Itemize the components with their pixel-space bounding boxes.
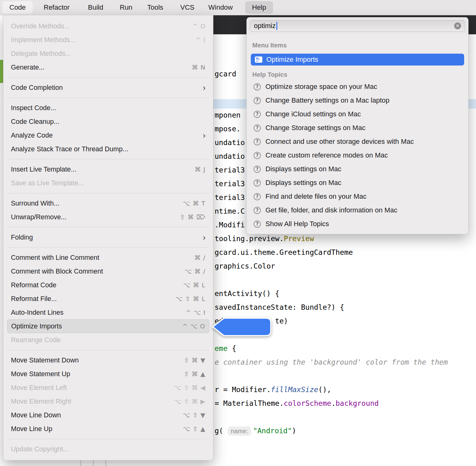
menu-item-shortcut: ⌥ ⇧ ⌘ L [175, 295, 206, 303]
help-topic-create-custom-reference-modes-on-mac[interactable]: ?Create custom reference modes on Mac [250, 148, 465, 162]
code-menu-item-folding[interactable]: Folding› [3, 231, 213, 244]
help-question-icon: ? [254, 221, 261, 228]
menu-item-shortcut: ⌥ ⇧ ▼ [183, 411, 206, 419]
menu-item-label: Move Statement Up [11, 370, 184, 378]
code-menu-item-code-completion[interactable]: Code Completion› [3, 81, 213, 95]
menu-item-shortcut: ⌥ ⇧ ▲ [183, 425, 206, 433]
code-token: mponen [215, 111, 240, 119]
text-cursor [276, 22, 277, 30]
code-menu-item-inspect-code[interactable]: Inspect Code... [3, 101, 213, 115]
code-line: r = Modifier.fillMaxSize(), [215, 383, 331, 396]
help-topic-displays-settings-on-mac[interactable]: ?Displays settings on Mac [250, 162, 465, 176]
menu-bar: CodeRefactorBuildRunToolsVCSWindowHelp [0, 0, 476, 15]
help-question-icon: ? [254, 193, 261, 200]
menu-item-shortcut: ⌥ ⌘ T [183, 200, 206, 207]
code-token: = MaterialTheme. [215, 399, 284, 407]
code-menu-item-analyze-code[interactable]: Analyze Code› [3, 129, 213, 142]
help-topic-label: Show All Help Topics [265, 220, 329, 228]
menu-item-label: Move Line Down [11, 411, 183, 419]
help-search-popover: optimiz × Menu Items Optimize Imports He… [246, 17, 469, 234]
code-token: { [228, 344, 236, 352]
code-menu-item-surround-with[interactable]: Surround With...⌥ ⌘ T [3, 197, 213, 210]
code-line: terial3 [215, 163, 245, 177]
help-question-icon: ? [254, 138, 261, 145]
code-line: terial3 [215, 191, 245, 204]
menu-item-shortcut: ⌥ ⌘ L [183, 281, 206, 289]
menu-item-shortcut: ⌘ J [195, 166, 206, 173]
code-menu-item-analyze-stack-trace-or-thread-dump[interactable]: Analyze Stack Trace or Thread Dump... [3, 142, 213, 156]
help-search-input[interactable]: optimiz × [250, 20, 465, 32]
menubar-item-run[interactable]: Run [120, 0, 132, 15]
help-topic-displays-settings-on-mac[interactable]: ?Displays settings on Mac [250, 176, 465, 190]
indent-guide [93, 460, 94, 466]
code-token: background [336, 399, 379, 407]
code-token: fillMaxSize [271, 386, 318, 394]
menu-item-shortcut: ⌥ ⇧ ⌘ ▶ [174, 398, 206, 405]
menu-separator [7, 98, 209, 98]
menubar-item-code[interactable]: Code [2, 1, 33, 14]
code-menu-item-comment-with-block-comment[interactable]: Comment with Block Comment⌥ ⌘ / [3, 265, 213, 278]
code-token: r = Modifier. [215, 386, 271, 394]
help-topic-change-icloud-settings-on-mac[interactable]: ?Change iCloud settings on Mac [250, 107, 465, 121]
code-menu-item-auto-indent-lines[interactable]: Auto-Indent Lines^ ⌥ I [3, 306, 213, 319]
help-topic-find-and-delete-files-on-your-mac[interactable]: ?Find and delete files on your Mac [250, 190, 465, 203]
search-result-optimize-imports[interactable]: Optimize Imports [251, 54, 464, 66]
menubar-item-window[interactable]: Window [208, 0, 233, 15]
menubar-item-help[interactable]: Help [245, 1, 273, 14]
code-menu-item-move-statement-down[interactable]: Move Statement Down⇧ ⌘ ▼ [3, 353, 213, 367]
menu-separator [7, 350, 209, 350]
code-line: entActivity() { [215, 287, 279, 300]
code-menu-item-insert-live-template[interactable]: Insert Live Template...⌘ J [3, 163, 213, 176]
menubar-item-tools[interactable]: Tools [147, 0, 163, 15]
code-menu: Override Methods...^ OImplement Methods.… [3, 15, 213, 460]
callout-arrow [210, 316, 276, 338]
show-all-help-topics[interactable]: ?Show All Help Topics [250, 217, 465, 231]
help-question-icon: ? [254, 97, 261, 104]
code-menu-item-code-cleanup[interactable]: Code Cleanup... [3, 115, 213, 129]
code-line: = MaterialTheme.colorScheme.background [215, 396, 379, 410]
menu-item-label: Move Element Left [11, 384, 174, 392]
menu-item-label: Move Line Up [11, 425, 183, 433]
code-menu-item-comment-with-line-comment[interactable]: Comment with Line Comment⌘ / [3, 251, 213, 265]
code-menu-item-move-statement-up[interactable]: Move Statement Up⇧ ⌘ ▲ [3, 367, 213, 381]
code-token: eme [215, 344, 228, 352]
code-menu-item-unwrap-remove[interactable]: Unwrap/Remove...⇧ ⌘ ⌦ [3, 210, 213, 224]
code-menu-item-delegate-methods: Delegate Methods... [3, 47, 213, 61]
code-menu-item-move-line-down[interactable]: Move Line Down⌥ ⇧ ▼ [3, 408, 213, 422]
menu-item-label: Implement Methods... [11, 36, 196, 44]
code-menu-item-generate[interactable]: Generate...⌘ N [3, 61, 213, 74]
clear-search-button[interactable]: × [454, 22, 461, 29]
help-topic-change-storage-settings-on-mac[interactable]: ?Change Storage settings on Mac [250, 121, 465, 135]
submenu-chevron-icon: › [203, 131, 206, 139]
code-token: gcard [215, 70, 236, 78]
code-line: mponen [215, 108, 240, 122]
menubar-item-refactor[interactable]: Refactor [44, 0, 70, 15]
code-menu-item-move-line-up[interactable]: Move Line Up⌥ ⇧ ▲ [3, 422, 213, 436]
code-token: entActivity() { [215, 289, 279, 298]
code-line: ntime.C [215, 204, 245, 218]
code-menu-item-optimize-imports[interactable]: Optimize Imports^ ⌥ O [7, 319, 209, 333]
menu-item-label: Update Copyright... [11, 445, 206, 453]
code-line: graphics.Color [215, 259, 275, 273]
menu-item-label: Analyze Stack Trace or Thread Dump... [11, 145, 206, 153]
code-menu-item-rearrange-code: Rearrange Code [3, 333, 213, 347]
menubar-item-vcs[interactable]: VCS [180, 0, 194, 15]
code-menu-item-reformat-code[interactable]: Reformat Code⌥ ⌘ L [3, 278, 213, 292]
search-result-label: Optimize Imports [266, 56, 318, 64]
code-menu-item-reformat-file[interactable]: Reformat File...⌥ ⇧ ⌘ L [3, 292, 213, 306]
help-question-icon: ? [254, 83, 261, 90]
menu-item-shortcut: ^ I [196, 36, 206, 44]
code-token: undatio [215, 152, 245, 160]
help-topic-optimize-storage-space-on-your-mac[interactable]: ?Optimize storage space on your Mac [250, 80, 465, 94]
menu-item-label: Move Statement Down [11, 357, 184, 364]
help-topic-change-battery-settings-on-a-mac-laptop[interactable]: ?Change Battery settings on a Mac laptop [250, 94, 465, 107]
help-topic-get-file-folder-and-disk-information-on-mac[interactable]: ?Get file, folder, and disk information … [250, 203, 465, 217]
help-topic-connect-and-use-other-storage-devices-with-mac[interactable]: ?Connect and use other storage devices w… [250, 135, 465, 148]
gutter-decoration [0, 60, 3, 83]
code-token: "Android" [253, 427, 292, 435]
code-token: gcard.ui.theme.GreetingCardTheme [215, 248, 353, 256]
menubar-item-build[interactable]: Build [88, 0, 103, 15]
code-line: terial3 [215, 177, 245, 191]
menu-item-label: Comment with Line Comment [11, 254, 194, 262]
menu-item-label: Inspect Code... [11, 104, 206, 112]
